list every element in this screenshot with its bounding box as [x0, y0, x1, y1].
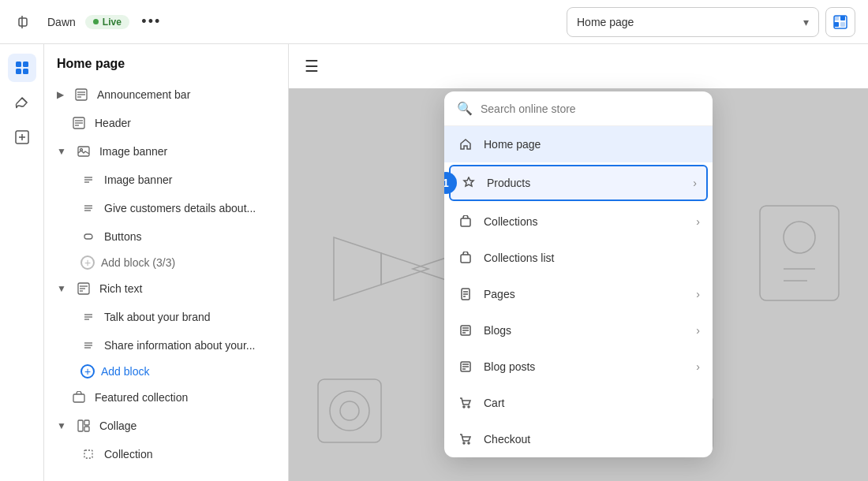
svg-rect-76: [461, 218, 470, 226]
svg-rect-42: [73, 394, 84, 402]
sidebar-item-rich-text[interactable]: ▼ Rich text: [44, 274, 288, 303]
chevron-down-icon: ▾: [803, 16, 809, 28]
add-block-icon: +: [80, 255, 95, 270]
icon-sidebar: [0, 44, 44, 481]
back-button[interactable]: [13, 9, 38, 35]
checkout-icon: [457, 431, 474, 448]
svg-rect-0: [19, 18, 27, 26]
add-block-2-label[interactable]: Add block: [101, 365, 149, 378]
page-selector[interactable]: Home page ▾: [567, 7, 819, 37]
sidebar-label-rich-text: Rich text: [99, 282, 275, 295]
hamburger-icon: ☰: [305, 57, 319, 76]
add-block-2-icon: +: [80, 364, 95, 378]
layout-icon-btn[interactable]: [8, 54, 36, 82]
dropdown-label-home-page: Home page: [484, 138, 700, 151]
add-block-2-button[interactable]: + Add block: [44, 360, 288, 383]
dropdown-label-collections-list: Collections list: [484, 252, 700, 264]
sidebar-label-announcement-bar: Announcement bar: [97, 88, 275, 101]
rich-text-icon: [76, 281, 92, 296]
svg-rect-7: [16, 62, 21, 67]
svg-rect-43: [78, 420, 83, 431]
sidebar-label-header: Header: [95, 117, 275, 129]
talk-brand-icon: [80, 309, 96, 325]
sidebar-label-collage: Collage: [99, 419, 275, 432]
sidebar-item-give-customers[interactable]: Give customers details about...: [44, 194, 288, 222]
sidebar-label-give-customers: Give customers details about...: [104, 202, 275, 214]
grid-view-button[interactable]: [825, 7, 855, 37]
svg-point-71: [784, 222, 815, 253]
svg-point-68: [330, 391, 369, 431]
sidebar-title: Home page: [44, 57, 288, 80]
add-block-label: Add block (3/3): [101, 256, 175, 269]
svg-point-92: [463, 442, 465, 444]
pages-chevron-icon: ›: [696, 288, 700, 300]
main-area: Home page ▶ Announcement bar: [0, 44, 868, 481]
sidebar-item-collage[interactable]: ▼ Collage: [44, 412, 288, 440]
sidebar-panel: Home page ▶ Announcement bar: [44, 44, 289, 481]
search-icon: 🔍: [457, 101, 473, 116]
sidebar-label-talk-brand: Talk about your brand: [104, 311, 275, 323]
preview-topbar: ☰: [289, 44, 868, 88]
dropdown-item-collections[interactable]: Collections ›: [444, 203, 713, 240]
sidebar-item-buttons[interactable]: Buttons: [44, 222, 288, 251]
dropdown-item-blog-posts[interactable]: Blog posts ›: [444, 349, 713, 385]
top-bar-center: Home page ▾: [567, 7, 855, 37]
blogs-icon: [457, 322, 474, 339]
sidebar-item-image-banner[interactable]: ▼ Image banner: [44, 137, 288, 166]
dropdown-item-checkout[interactable]: Checkout: [444, 421, 713, 457]
sidebar-item-featured-collection[interactable]: Featured collection: [44, 383, 288, 412]
page-search-dropdown[interactable]: 🔍 Home page 1: [444, 91, 713, 457]
live-badge: Live: [85, 15, 129, 29]
svg-point-69: [340, 401, 359, 420]
sidebar-item-collection[interactable]: Collection: [44, 440, 288, 468]
home-icon: [457, 136, 474, 153]
featured-collection-icon: [71, 390, 87, 405]
brush-icon-btn[interactable]: [8, 88, 36, 117]
collage-expand-icon: ▼: [57, 420, 66, 431]
dropdown-label-checkout: Checkout: [484, 433, 700, 446]
add-block-button[interactable]: + Add block (3/3): [44, 251, 288, 274]
list-icon: [80, 200, 96, 216]
announcement-bar-icon: [73, 87, 89, 103]
svg-point-90: [463, 406, 465, 408]
svg-rect-67: [318, 379, 381, 442]
live-dot: [93, 19, 99, 24]
svg-line-11: [22, 98, 27, 103]
dropdown-item-home-page[interactable]: Home page: [444, 126, 713, 162]
header-icon: [71, 115, 87, 131]
app-name: Dawn: [47, 16, 76, 28]
dropdown-item-blogs[interactable]: Blogs ›: [444, 312, 713, 349]
sidebar-item-header[interactable]: Header: [44, 109, 288, 137]
collections-icon: [457, 213, 474, 230]
sidebar-item-talk-brand[interactable]: Talk about your brand: [44, 303, 288, 331]
blog-posts-chevron-icon: ›: [696, 360, 700, 373]
collections-chevron-icon: ›: [696, 215, 700, 228]
svg-rect-8: [23, 62, 28, 67]
products-chevron-icon: ›: [693, 177, 697, 189]
sidebar-label-image-banner: Image banner: [99, 145, 275, 158]
dropdown-label-products: Products: [487, 177, 683, 189]
dropdown-item-products[interactable]: Products ›: [449, 165, 708, 201]
collections-list-icon: [457, 249, 474, 267]
svg-rect-3: [840, 16, 845, 21]
dropdown-item-cart[interactable]: Cart: [444, 385, 713, 421]
sidebar-label-collection: Collection: [104, 448, 275, 460]
more-button[interactable]: •••: [139, 9, 164, 35]
sidebar-item-share-info[interactable]: Share information about your...: [44, 331, 288, 360]
expand-arrow-icon: ▶: [57, 89, 64, 100]
svg-rect-77: [461, 255, 470, 263]
sidebar-item-image-banner-sub[interactable]: Image banner: [44, 166, 288, 194]
sidebar-label-featured-collection: Featured collection: [95, 391, 275, 404]
share-info-icon: [80, 337, 96, 353]
dropdown-item-collections-list[interactable]: Collections list: [444, 240, 713, 276]
svg-rect-9: [16, 69, 21, 74]
products-icon: [460, 174, 477, 192]
blogs-chevron-icon: ›: [696, 324, 700, 337]
dropdown-item-pages[interactable]: Pages ›: [444, 276, 713, 312]
search-input[interactable]: [481, 103, 700, 115]
svg-rect-45: [84, 427, 89, 431]
add-section-icon-btn[interactable]: [8, 123, 36, 151]
sidebar-item-announcement-bar[interactable]: ▶ Announcement bar: [44, 80, 288, 109]
page-selector-text: Home page: [577, 16, 634, 28]
preview-area: ☰: [289, 44, 868, 481]
